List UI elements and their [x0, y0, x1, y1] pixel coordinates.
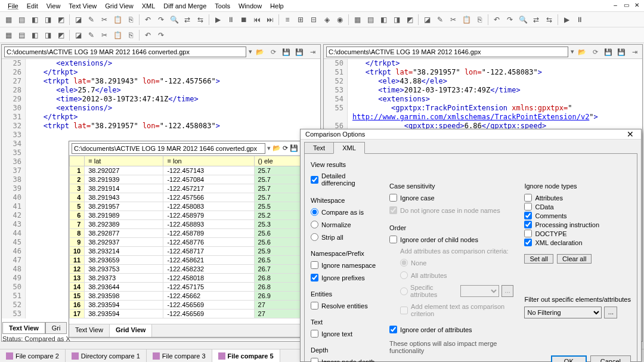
table-row[interactable]: 1738.293594-122.45656927 — [70, 310, 301, 318]
toolbar-icon[interactable]: ◪ — [72, 14, 84, 26]
toolbar-icon[interactable]: ◨ — [42, 14, 54, 26]
toolbar-icon[interactable]: ⏮ — [251, 14, 263, 26]
menu-help[interactable]: Help — [266, 1, 288, 11]
btn-ok[interactable]: OK — [551, 355, 587, 362]
toolbar-icon[interactable]: ≡ — [281, 14, 293, 26]
toolbar-icon[interactable]: ◩ — [55, 14, 67, 26]
filter-select[interactable]: No Filtering — [524, 307, 602, 318]
table-row[interactable]: 1138.293659-122.45862126.5 — [70, 256, 301, 265]
toolbar-icon[interactable]: ▦ — [2, 29, 14, 41]
table-row[interactable]: 738.292389-122.45889325.3 — [70, 220, 301, 229]
table-row[interactable]: 538.291957-122.45808325.5 — [70, 202, 301, 211]
toolbar-icon[interactable]: ⏸ — [574, 14, 586, 26]
menu-text-view[interactable]: Text View — [64, 1, 101, 11]
toolbar-icon[interactable]: ↶ — [142, 14, 154, 26]
save-icon[interactable]: 💾 — [603, 47, 614, 57]
close-button[interactable]: ✕ — [632, 1, 642, 10]
open-icon[interactable]: 📂 — [273, 144, 281, 152]
toolbar-icon[interactable]: ◧ — [29, 29, 41, 41]
grid-tab-text[interactable]: Text View — [69, 324, 110, 337]
table-row[interactable]: 1338.29373-122.45801826.8 — [70, 274, 301, 283]
chk-type-comments[interactable] — [524, 212, 532, 219]
chk-ignore-depth[interactable] — [311, 358, 318, 362]
toolbar-icon[interactable]: ↷ — [504, 14, 516, 26]
toolbar-icon[interactable]: ⏭ — [264, 14, 276, 26]
grid-path-input[interactable] — [72, 143, 265, 154]
chk-type-cdata[interactable] — [524, 203, 532, 211]
menu-file[interactable]: File — [4, 1, 23, 11]
toolbar-icon[interactable]: ✎ — [85, 29, 97, 41]
toolbar-icon[interactable]: ▦ — [2, 14, 14, 26]
chk-ignore-prefixes[interactable] — [311, 274, 318, 281]
table-row[interactable]: 638.291989-122.45897925.2 — [70, 211, 301, 220]
bottom-tab[interactable]: File compare 2 — [0, 349, 66, 362]
toolbar-icon[interactable]: ↷ — [155, 14, 167, 26]
grid-tab-grid[interactable]: Grid View — [110, 324, 153, 337]
toolbar-icon[interactable]: 📋 — [112, 14, 123, 26]
toolbar-icon[interactable]: ▶ — [561, 14, 572, 26]
right-path-input[interactable] — [326, 47, 568, 57]
dialog-close-icon[interactable]: ✕ — [624, 129, 636, 139]
toolbar-icon[interactable]: ⇄ — [530, 14, 542, 26]
tab-grid-view[interactable]: Gri — [45, 322, 67, 334]
toolbar-icon[interactable]: ⇆ — [543, 14, 555, 26]
filter-browse[interactable]: ... — [604, 307, 617, 318]
table-row[interactable]: 938.292937-122.45877625.6 — [70, 238, 301, 247]
toolbar-icon[interactable]: ⊟ — [308, 14, 320, 26]
menu-edit[interactable]: Edit — [23, 1, 42, 11]
toolbar-icon[interactable]: 🔍 — [168, 14, 180, 26]
grid-table[interactable]: = lat= lon() ele138.292027-122.45714325.… — [69, 156, 301, 318]
chk-ignore-namespace[interactable] — [311, 261, 318, 269]
bottom-tab[interactable]: Directory compare 1 — [66, 349, 147, 362]
toolbar-icon[interactable]: ◪ — [421, 14, 433, 26]
reload-icon[interactable]: ⟳ — [283, 144, 288, 152]
table-row[interactable]: 1038.293214-122.45871725.9 — [70, 247, 301, 256]
table-row[interactable]: 1438.293644-122.45717526.8 — [70, 283, 301, 292]
toolbar-icon[interactable]: 🔍 — [517, 14, 529, 26]
dlg-tab-text[interactable]: Text — [304, 142, 334, 154]
btn-cancel[interactable]: Cancel — [590, 355, 631, 362]
tab-text-view[interactable]: Text View — [2, 322, 45, 334]
save-icon[interactable]: 💾 — [281, 47, 292, 57]
menu-view[interactable]: View — [42, 1, 65, 11]
saveas-icon[interactable]: 💾 — [616, 47, 627, 57]
menu-xml[interactable]: XML — [138, 1, 160, 11]
left-path-input[interactable] — [4, 47, 246, 57]
dlg-tab-xml[interactable]: XML — [333, 142, 365, 154]
toolbar-icon[interactable]: ▦ — [351, 14, 363, 26]
toolbar-icon[interactable]: 📋 — [460, 14, 472, 26]
menu-window[interactable]: Window — [234, 1, 266, 11]
toolbar-icon[interactable]: ▤ — [16, 14, 27, 26]
table-row[interactable]: 238.291939-122.45708425.7 — [70, 175, 301, 184]
menu-grid-view[interactable]: Grid View — [101, 1, 137, 11]
open-icon[interactable]: 📂 — [255, 47, 265, 57]
minimize-button[interactable]: – — [611, 1, 620, 10]
toolbar-icon[interactable]: ⎘ — [125, 29, 137, 41]
toolbar-icon[interactable]: ↷ — [155, 29, 167, 41]
table-row[interactable]: 1238.293753-122.45823226.7 — [70, 265, 301, 274]
toolbar-icon[interactable]: ✂ — [98, 14, 110, 26]
table-row[interactable]: 1538.293598-122.4566226.9 — [70, 292, 301, 301]
menu-diff-and-merge[interactable]: Diff and Merge — [159, 1, 210, 11]
rad-compare-as-is[interactable] — [311, 208, 318, 216]
export-icon[interactable]: ⇥ — [307, 47, 318, 57]
toolbar-icon[interactable]: 📋 — [112, 29, 123, 41]
rad-normalize[interactable] — [311, 221, 318, 228]
toolbar-icon[interactable]: ◉ — [334, 14, 346, 26]
table-row[interactable]: 1638.293594-122.45656927 — [70, 301, 301, 310]
toolbar-icon[interactable]: ◧ — [29, 14, 41, 26]
table-row[interactable]: 438.291943-122.45756625.7 — [70, 193, 301, 202]
chk-detailed[interactable] — [311, 176, 318, 184]
toolbar-icon[interactable]: ⇄ — [181, 14, 193, 26]
toolbar-icon[interactable]: ◩ — [404, 14, 416, 26]
table-row[interactable]: 338.291914-122.45721725.7 — [70, 184, 301, 193]
chk-resolve-entities[interactable] — [311, 302, 318, 310]
toolbar-icon[interactable]: ⏹ — [238, 14, 250, 26]
toolbar-icon[interactable]: ◨ — [391, 14, 402, 26]
chk-ignore-attr-order[interactable] — [389, 326, 397, 333]
toolbar-icon[interactable]: ✎ — [85, 14, 97, 26]
reload-icon[interactable]: ⟳ — [268, 47, 278, 57]
toolbar-icon[interactable]: ⎘ — [473, 14, 485, 26]
toolbar-icon[interactable]: ⊞ — [295, 14, 306, 26]
maximize-button[interactable]: ▭ — [621, 1, 631, 10]
